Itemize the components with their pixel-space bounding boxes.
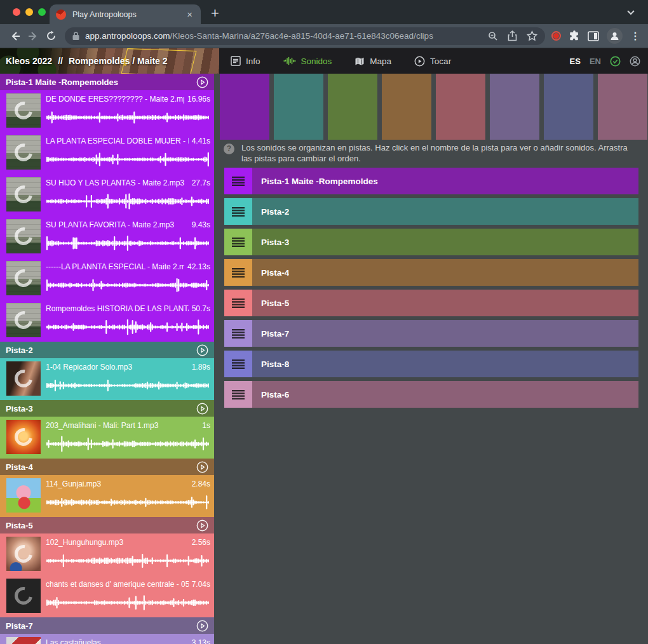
track-header[interactable]: Pista-1 Maite -Rompemoldes [0, 74, 214, 90]
clip-item[interactable]: 114_Gunjai.mp3 2.84s [0, 475, 214, 517]
breadcrumb-project[interactable]: Kleos 2022 [6, 56, 52, 66]
track-clips: 203_Amalihani - Mali: Part 1.mp3 1s [0, 417, 219, 459]
track-row-bar[interactable]: Pista-2 [252, 198, 638, 225]
track-play-button[interactable] [196, 344, 208, 356]
clip-item[interactable]: 102_Hunguhungu.mp3 2.56s [0, 533, 214, 575]
drag-handle[interactable] [224, 259, 252, 286]
clip-name: 203_Amalihani - Mali: Part 1.mp3 [46, 421, 199, 431]
loading-arc-icon [11, 182, 36, 207]
zoom-window-button[interactable] [38, 8, 46, 16]
profile-avatar[interactable] [607, 28, 623, 44]
project-banner[interactable]: Kleos 2022 // Rompemoldes / Maite 2 [0, 48, 219, 74]
clip-item[interactable]: Rompemoldes HISTORIA DE LAS PLANTAS... 5… [0, 300, 214, 342]
track-color-swatch [382, 74, 431, 140]
drag-handle[interactable] [224, 351, 252, 377]
minimize-window-button[interactable] [25, 8, 33, 16]
clip-item[interactable]: LA PLANTA ESPECIAL DOBLE MUJER - Mai... … [0, 132, 214, 174]
macos-traffic-lights [13, 8, 46, 16]
tab-search-chevron-icon[interactable] [626, 8, 635, 17]
track-play-button[interactable] [196, 76, 208, 88]
nav-info[interactable]: Info [231, 56, 260, 66]
drag-handle[interactable] [224, 290, 252, 316]
sidepanel-icon[interactable] [588, 31, 599, 41]
nav-mapa[interactable]: Mapa [354, 57, 391, 66]
track-row[interactable]: Pista-1 Maite -Rompemoldes [224, 168, 638, 194]
track-row-bar[interactable]: Pista-3 [252, 229, 638, 255]
track-play-button[interactable] [196, 461, 208, 473]
track-row[interactable]: Pista-7 [224, 320, 638, 347]
track-title: Pista-4 [6, 462, 33, 472]
drag-handle[interactable] [224, 381, 252, 408]
drag-handle[interactable] [224, 168, 252, 194]
nav-tocar[interactable]: Tocar [414, 56, 451, 67]
clip-duration: 16.96s [187, 95, 210, 105]
track-row[interactable]: Pista-6 [224, 381, 638, 408]
map-icon [354, 57, 365, 66]
drag-handle[interactable] [224, 320, 252, 347]
track-row-bar[interactable]: Pista-8 [252, 351, 638, 377]
waveform-graphic [46, 277, 210, 293]
clip-duration: 50.7s [192, 304, 210, 314]
track-row-bar[interactable]: Pista-6 [252, 381, 638, 408]
url-bar[interactable]: app.antropoloops.com/Kleos-Santa-Marina/… [65, 27, 545, 45]
browser-menu-icon[interactable]: ⋮ [630, 31, 640, 41]
reload-button[interactable] [42, 27, 60, 45]
track-row-label: Pista-4 [261, 268, 289, 278]
track-row[interactable]: Pista-2 [224, 198, 638, 225]
waveform-graphic [46, 109, 210, 126]
forward-button[interactable] [24, 27, 42, 45]
track-row[interactable]: Pista-8 [224, 351, 638, 377]
account-circle-icon[interactable] [630, 56, 640, 67]
track-row[interactable]: Pista-4 [224, 259, 638, 286]
track-row-bar[interactable]: Pista-5 [252, 290, 638, 316]
clip-name: chants et danses d' amerique centrale - … [46, 580, 189, 590]
clip-item[interactable]: chants et danses d' amerique centrale - … [0, 575, 214, 617]
drag-handle[interactable] [224, 198, 252, 225]
tracks-sidebar: Pista-1 Maite -Rompemoldes DE DONDE ERES… [0, 74, 219, 644]
nav-sonidos[interactable]: Sonidos [283, 57, 332, 66]
track-row[interactable]: Pista-5 [224, 290, 638, 316]
clip-item[interactable]: 203_Amalihani - Mali: Part 1.mp3 1s [0, 417, 214, 459]
clip-duration: 1s [202, 421, 210, 431]
track-row-label: Pista-1 Maite -Rompemoldes [261, 177, 378, 186]
track-row-bar[interactable]: Pista-7 [252, 320, 638, 347]
tab-close-icon[interactable]: × [185, 10, 194, 19]
lang-es[interactable]: ES [570, 57, 581, 66]
lang-en[interactable]: EN [590, 57, 601, 66]
zoom-page-icon[interactable] [488, 31, 498, 41]
track-play-button[interactable] [196, 620, 208, 632]
browser-tab[interactable]: Play Antropoloops × [50, 4, 201, 24]
drag-handle[interactable] [224, 229, 252, 255]
track-play-button[interactable] [196, 403, 208, 415]
track-row-bar[interactable]: Pista-1 Maite -Rompemoldes [252, 168, 638, 194]
share-icon[interactable] [508, 30, 517, 41]
extensions-puzzle-icon[interactable] [569, 30, 580, 42]
clip-item[interactable]: DE DONDE ERES???????? - Maite 2.mp3 16.9… [0, 90, 214, 132]
track-play-button[interactable] [196, 520, 208, 532]
back-button[interactable] [6, 27, 24, 45]
bookmark-star-icon[interactable] [527, 30, 537, 41]
new-tab-button[interactable]: + [211, 6, 219, 20]
track-row-bar[interactable]: Pista-4 [252, 259, 638, 286]
track-header[interactable]: Pista-5 [0, 517, 214, 533]
track-header[interactable]: Pista-4 [0, 459, 214, 475]
screen-record-extension-icon[interactable] [551, 31, 561, 41]
clip-item[interactable]: Las castañuelas 3.13s [0, 634, 214, 644]
clip-name: 114_Gunjai.mp3 [46, 480, 189, 490]
clip-item[interactable]: 1-04 Repicador Solo.mp3 1.89s [0, 358, 214, 400]
track-header[interactable]: Pista-2 [0, 342, 214, 358]
track-color-swatch [490, 74, 539, 140]
clip-item[interactable]: SU PLANTA FAVORITA - Maite 2.mp3 9.43s [0, 216, 214, 258]
track-row[interactable]: Pista-3 [224, 229, 638, 255]
help-text: Los sonidos se organizan en pistas. Haz … [241, 142, 637, 164]
url-path: /Kleos-Santa-Marina/a276ac4e-a815-40d4-a… [170, 31, 433, 41]
clip-item[interactable]: ------LA PLANNTA ESPECIAL - Maite 2.mp3 … [0, 258, 214, 300]
waveform-graphic [46, 151, 210, 168]
track-header[interactable]: Pista-7 [0, 617, 214, 634]
clip-thumbnail [6, 420, 41, 454]
track-header[interactable]: Pista-3 [0, 400, 214, 417]
browser-toolbar: app.antropoloops.com/Kleos-Santa-Marina/… [0, 24, 648, 48]
close-window-button[interactable] [13, 8, 20, 16]
track-color-swatch [328, 74, 377, 140]
clip-item[interactable]: SU HIJO Y LAS PLANTAS - Maite 2.mp3 27.7… [0, 174, 214, 216]
